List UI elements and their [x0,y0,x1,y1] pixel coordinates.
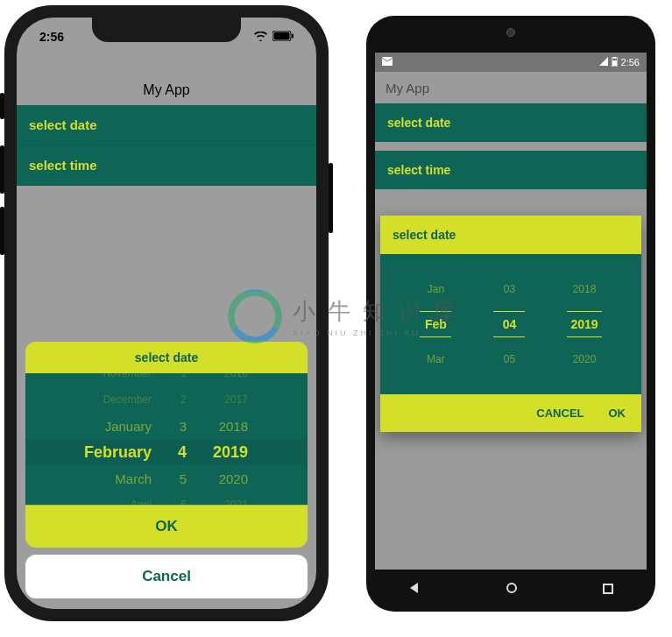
android-status-bar: 2:56 [375,53,647,72]
home-icon[interactable] [506,582,518,598]
battery-icon [612,57,618,68]
android-select-time-row[interactable]: select time [375,151,647,189]
ios-picker-selected-row: February42019 [25,439,308,465]
svg-rect-5 [613,57,616,59]
iphone-frame: 2:56 My App select date select time sele… [4,5,329,621]
svg-rect-6 [612,60,617,66]
ios-date-picker: select date November12016 December22017 … [25,342,308,598]
iphone-notch [92,18,241,42]
ios-ok-button[interactable]: OK [25,505,308,548]
ios-select-time-row[interactable]: select time [17,145,316,186]
iphone-volume-down [0,207,4,255]
signal-icon [599,57,608,67]
ios-picker-title: select date [25,342,308,373]
recents-icon[interactable] [603,582,613,598]
ios-cancel-button[interactable]: Cancel [25,555,308,598]
android-month-column[interactable]: Jan Feb Mar [420,283,451,365]
iphone-power-button [329,163,333,233]
email-icon [382,57,393,67]
ios-picker-wheel[interactable]: November12016 December22017 January32018… [25,373,308,505]
android-picker-body[interactable]: Jan Feb Mar 03 04 05 2018 2019 2020 [380,254,641,394]
android-app-title: My App [375,72,647,103]
android-day-selected: 04 [493,311,525,337]
android-screen: 2:56 My App select date select time sele… [375,53,647,570]
android-frame: 2:56 My App select date select time sele… [366,16,655,612]
android-ok-button[interactable]: OK [609,407,626,420]
android-year-column[interactable]: 2018 2019 2020 [567,283,601,365]
svg-rect-8 [604,584,612,593]
svg-point-7 [507,584,516,592]
android-select-date-row[interactable]: select date [375,103,647,142]
ios-select-date-row[interactable]: select date [17,105,316,145]
android-year-selected: 2019 [567,311,601,337]
iphone-volume-up [0,145,4,194]
back-icon[interactable] [408,582,421,598]
android-camera [506,28,515,37]
android-date-picker: select date Jan Feb Mar 03 04 05 2018 20… [380,216,641,432]
iphone-mute-switch [0,93,4,119]
android-picker-title: select date [380,216,641,254]
android-day-column[interactable]: 03 04 05 [493,283,525,365]
iphone-screen: 2:56 My App select date select time sele… [17,18,316,609]
android-cancel-button[interactable]: CANCEL [536,407,584,420]
android-nav-bar [366,577,655,603]
android-month-selected: Feb [420,311,451,337]
android-status-time: 2:56 [621,57,640,67]
ios-app-title: My App [17,79,316,105]
